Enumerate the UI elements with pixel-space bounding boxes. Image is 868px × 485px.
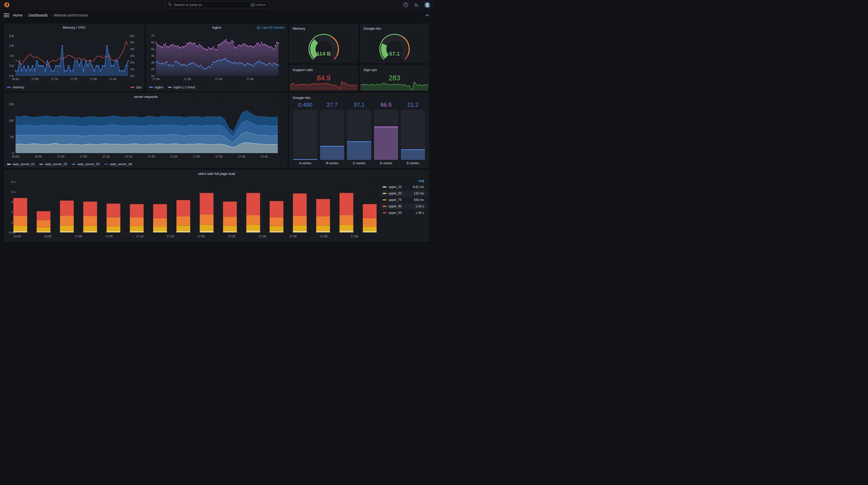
legend-item-ws01[interactable]: web_server_01 [7, 162, 35, 166]
ws03-swatch [72, 164, 76, 165]
legend-item-logins-1h[interactable]: logins (-1 hour) [168, 86, 195, 89]
ws01-swatch [7, 164, 11, 165]
legend-item-cpu[interactable]: cpu [130, 86, 141, 89]
panel-server-requests: server requests 05010015016:5016:5517:00… [4, 93, 287, 168]
svg-text:0 B: 0 B [9, 74, 14, 77]
svg-text:50: 50 [151, 47, 154, 51]
panel-title[interactable]: Google hits [361, 24, 429, 32]
legend-item-upper95[interactable]: upper_951.46 s [380, 209, 426, 216]
legend-header-avg[interactable]: avg [380, 179, 426, 184]
svg-text:70: 70 [151, 34, 154, 37]
svg-text:17:20: 17:20 [197, 235, 205, 238]
logins-chart[interactable]: 1020304050607017:3017:3517:4017:45 [147, 31, 283, 84]
chevron-up-icon[interactable] [424, 12, 430, 18]
breadcrumb-separator: › [25, 13, 26, 17]
bar-label: C-series [347, 160, 371, 166]
svg-text:17:05: 17:05 [105, 235, 113, 238]
panel-sign-ups: Sign ups 283 [360, 65, 429, 91]
bar-c-series: 37.1 C-series [347, 101, 371, 166]
legend-item-ws04[interactable]: web_server_04 [104, 162, 132, 166]
panel-title[interactable]: client side full page load [4, 170, 429, 177]
help-icon[interactable]: ? [402, 2, 409, 8]
panel-title[interactable]: Google hits [289, 93, 429, 101]
svg-text:17:35: 17:35 [184, 77, 191, 80]
bar-a-series: 0.400 A-series [293, 101, 317, 166]
google-hits-gauge: 57.1 [374, 33, 415, 62]
bar-value: 37.1 [347, 101, 371, 110]
svg-text:10: 10 [151, 74, 154, 77]
legend-table: avg upper_256.81 ms upper_50142 ms upper… [380, 179, 426, 216]
legend-item-memory[interactable]: memory [7, 86, 24, 89]
bar-track [320, 110, 344, 160]
time-range-button[interactable]: Last 20 minutes [257, 26, 284, 29]
user-avatar[interactable] [424, 2, 430, 8]
legend-item-ws03[interactable]: web_server_03 [72, 162, 99, 166]
search-input[interactable]: Search or jump to... cmd+k [165, 1, 269, 8]
svg-text:8 B: 8 B [9, 34, 14, 37]
breadcrumb-bar: Home › Dashboards › Website performance [0, 10, 434, 21]
svg-text:17:30: 17:30 [259, 235, 266, 238]
svg-text:17:40: 17:40 [109, 77, 116, 80]
bar-value: 66.5 [374, 101, 398, 110]
memory-gauge: 114 B [303, 33, 344, 62]
memory-cpu-chart[interactable]: 0 B2 B4 B6 B8 B0%1%2%3%4%5%6%16:5017:001… [4, 31, 140, 84]
svg-text:5%: 5% [130, 41, 134, 44]
search-icon [168, 3, 172, 7]
svg-text:6%: 6% [130, 34, 134, 37]
bar-track [293, 110, 317, 160]
bar-label: B-series [320, 160, 344, 166]
bar-label: D-series [374, 160, 398, 166]
menu-icon[interactable] [4, 12, 9, 18]
divider [420, 12, 421, 18]
svg-text:30: 30 [151, 61, 154, 64]
bar-b-series: 27.7 B-series [320, 101, 344, 166]
svg-text:17:00: 17:00 [57, 155, 64, 158]
legend-item-upper25[interactable]: upper_256.81 ms [380, 184, 426, 190]
legend-item-upper75[interactable]: upper_75535 ms [380, 197, 426, 203]
memory-swatch [7, 87, 11, 88]
breadcrumb-dashboards[interactable]: Dashboards [28, 13, 48, 17]
search-placeholder: Search or jump to... [174, 3, 249, 7]
upper50-swatch [382, 193, 386, 194]
panel-title[interactable]: Memory / CPU [4, 24, 144, 31]
bar-track [347, 110, 371, 160]
svg-text:17:35: 17:35 [215, 155, 223, 158]
clock-icon [257, 26, 260, 29]
svg-text:17:20: 17:20 [148, 155, 155, 158]
panel-memory-gauge: Memory 114 B [289, 24, 358, 63]
panel-title[interactable]: Memory [289, 24, 358, 32]
svg-text:4 B: 4 B [9, 54, 14, 57]
server-requests-chart[interactable]: 05010015016:5016:5517:0017:0517:1017:151… [4, 100, 283, 161]
svg-text:16:55: 16:55 [35, 155, 42, 158]
support-calls-sparkline [290, 79, 358, 90]
breadcrumb-home[interactable]: Home [13, 13, 23, 17]
panel-title[interactable]: server requests [4, 93, 287, 100]
upper25-swatch [382, 187, 386, 188]
panel-title[interactable]: Sign ups [361, 65, 429, 73]
svg-text:17:30: 17:30 [152, 77, 160, 80]
svg-text:17:15: 17:15 [125, 155, 132, 158]
breadcrumb-current: Website performance [54, 13, 88, 17]
logins-swatch [149, 87, 153, 88]
bar-track [374, 110, 398, 160]
legend-item-ws02[interactable]: web_server_02 [39, 162, 67, 166]
legend-item-upper90[interactable]: upper_901.04 s [380, 203, 426, 209]
bar-e-series: 21.2 E-series [401, 101, 425, 166]
svg-text:17:10: 17:10 [102, 155, 110, 158]
panel-title[interactable]: Support calls [289, 65, 358, 73]
top-nav: Search or jump to... cmd+k ? [0, 0, 434, 10]
svg-text:100: 100 [9, 119, 14, 122]
svg-text:17:35: 17:35 [289, 235, 297, 238]
legend-item-logins[interactable]: logins [149, 86, 163, 89]
legend-item-upper50[interactable]: upper_50142 ms [380, 190, 426, 197]
client-page-load-chart[interactable]: 0 ms1 s2 s3 s4 s5 s16:5016:5517:0017:051… [4, 177, 425, 241]
svg-text:40: 40 [151, 54, 154, 57]
news-rss-icon[interactable] [413, 2, 420, 8]
grafana-logo[interactable] [4, 2, 10, 8]
svg-text:17:40: 17:40 [238, 155, 245, 158]
panel-memory-cpu: Memory / CPU 0 B2 B4 B6 B8 B0%1%2%3%4%5%… [4, 24, 144, 91]
svg-text:17:10: 17:10 [51, 77, 58, 80]
svg-text:0: 0 [12, 152, 14, 155]
svg-text:60: 60 [151, 41, 154, 44]
ws04-swatch [104, 164, 108, 165]
